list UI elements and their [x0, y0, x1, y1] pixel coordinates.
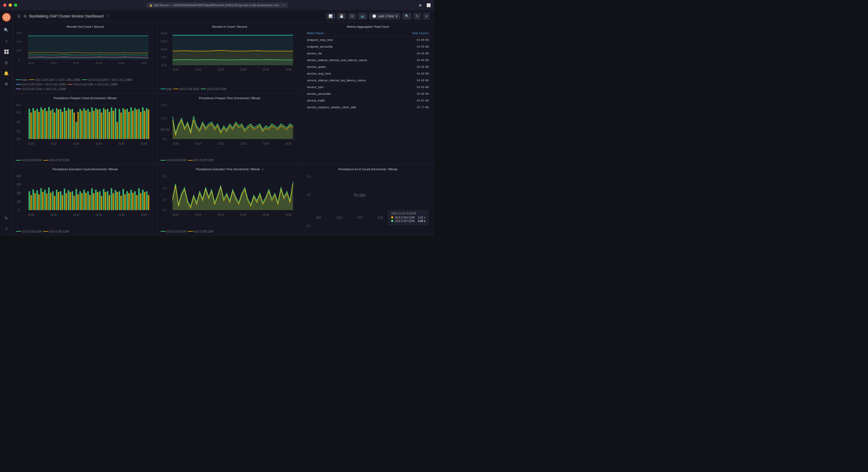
svg-rect-206: [140, 193, 142, 210]
svg-rect-92: [101, 112, 102, 139]
svg-rect-101: [119, 109, 120, 139]
time-range-label: Last 1 hour: [378, 14, 394, 18]
svg-rect-191: [111, 188, 113, 210]
sidebar-item-search[interactable]: 🔍: [2, 26, 11, 34]
address-text: Not Secure — 5e533e66c86a46768f7bdbe0881…: [154, 3, 279, 7]
svg-text:15:40: 15:40: [118, 62, 124, 64]
window-icon[interactable]: ⬜: [427, 3, 431, 7]
svg-text:12.5 K: 12.5 K: [160, 40, 167, 43]
svg-rect-110: [136, 109, 137, 139]
table-row: service_instance_relation_client_side42.…: [305, 104, 431, 111]
svg-rect-200: [128, 193, 130, 210]
svg-rect-97: [111, 107, 113, 139]
tv-icon: 📺: [361, 14, 365, 18]
sidebar-item-alerts[interactable]: 🔔: [2, 69, 11, 77]
lock-icon: 🔒: [149, 4, 152, 7]
more-options-button[interactable]: ▾: [423, 13, 430, 20]
sidebar-item-help[interactable]: ?: [2, 225, 11, 233]
zoom-out-button[interactable]: 🔍: [402, 13, 411, 20]
svg-rect-58: [34, 111, 36, 139]
svg-rect-96: [109, 112, 110, 139]
table-row: service_sla64.46 Mil: [305, 50, 431, 57]
sidebar-item-add[interactable]: ＋: [2, 37, 11, 45]
svg-rect-67: [52, 109, 54, 139]
svg-text:30 K: 30 K: [17, 31, 22, 34]
svg-rect-155: [40, 188, 42, 210]
close-button[interactable]: [3, 3, 6, 7]
panel-remote-in: Remote In Count / Second 15.0 K 12.5 K 1…: [157, 22, 302, 94]
svg-rect-65: [48, 107, 50, 139]
app-logo[interactable]: [2, 13, 11, 22]
svg-rect-176: [81, 193, 83, 210]
svg-rect-207: [142, 190, 144, 210]
total-count-cell: 64.49 Mil: [400, 37, 431, 43]
tv-mode-button[interactable]: 📺: [358, 13, 367, 20]
address-bar[interactable]: 🔒 Not Secure — 5e533e66c86a46768f7bdbe08…: [146, 2, 288, 8]
svg-rect-187: [103, 189, 105, 210]
svg-rect-1: [4, 49, 6, 52]
col-header-metric-name[interactable]: Metric Name: [305, 30, 400, 37]
svg-text:300: 300: [17, 183, 21, 186]
profile-icon[interactable]: ⏺: [418, 3, 422, 7]
legend-persistence-prepare-time: 10.0.2.214:1234 10.0.3.197:1234: [160, 159, 299, 162]
svg-text:0: 0: [18, 58, 20, 61]
svg-text:15:00: 15:00: [316, 216, 321, 220]
svg-text:15:40: 15:40: [398, 216, 404, 220]
clock-icon: 🕐: [372, 14, 376, 18]
refresh-button[interactable]: ↻: [413, 13, 421, 20]
svg-rect-193: [115, 190, 116, 210]
hamburger-icon[interactable]: ☰: [17, 14, 21, 18]
svg-rect-102: [120, 112, 122, 139]
svg-rect-59: [36, 109, 38, 139]
metric-name-cell: endpoint_percentile: [305, 43, 400, 50]
svg-text:4 K: 4 K: [17, 120, 21, 124]
sidebar-item-settings[interactable]: ⚙: [2, 80, 11, 88]
main-content: ☰ ⊞ SkyWalking OAP Cluster Monitor Dashb…: [13, 10, 434, 236]
svg-rect-78: [73, 112, 75, 139]
add-panel-button[interactable]: 📊: [326, 13, 335, 20]
svg-text:15.0 K: 15.0 K: [160, 32, 167, 35]
sidebar-item-explore[interactable]: ◎: [2, 58, 11, 67]
save-button[interactable]: 💾: [337, 13, 346, 20]
svg-text:15:20: 15:20: [73, 213, 79, 216]
metric-name-cell: service_instance_relation_client_side: [305, 104, 400, 111]
table-row: endpoint_percentile64.49 Mil: [305, 43, 431, 50]
svg-text:15:20: 15:20: [218, 68, 224, 71]
time-range-selector[interactable]: 🕐 Last 1 hour ▾: [369, 13, 400, 20]
share-icon[interactable]: ⤴: [107, 14, 109, 18]
panel-title-persistence-exec-count: Persistence Execution Count (Increment) …: [16, 168, 155, 171]
svg-text:15:50: 15:50: [285, 68, 291, 71]
save-icon: 💾: [340, 14, 344, 18]
svg-rect-83: [83, 108, 85, 139]
metrics-aggregation-table: Metric Name Total Count ▾ endpoint_resp_…: [305, 30, 431, 111]
svg-rect-166: [62, 195, 63, 210]
svg-text:15:10: 15:10: [51, 142, 57, 145]
sidebar-item-dashboards[interactable]: [2, 47, 11, 56]
total-count-cell: 64.46 Mil: [400, 50, 431, 57]
table-row: service_apdex64.46 Mil: [305, 64, 431, 70]
svg-text:4 s: 4 s: [163, 187, 166, 190]
svg-rect-116: [148, 109, 149, 139]
minimize-button[interactable]: [9, 3, 12, 7]
sidebar-item-refresh[interactable]: ↻: [2, 214, 11, 223]
svg-rect-198: [124, 194, 126, 210]
legend-remote-in: total 10.0.2.214:1234 10.0.3.197:1234: [160, 88, 299, 91]
svg-rect-204: [136, 195, 137, 210]
svg-rect-57: [32, 108, 34, 139]
svg-text:0: 0: [18, 208, 20, 212]
svg-rect-56: [30, 112, 32, 139]
total-count-cell: 64.49 Mil: [400, 43, 431, 50]
metric-name-cell: service_sidecar_internal_resp_latency_na…: [305, 57, 400, 64]
svg-text:10 K: 10 K: [17, 49, 22, 52]
svg-rect-98: [113, 111, 114, 139]
svg-rect-185: [99, 191, 101, 210]
maximize-button[interactable]: [14, 3, 17, 7]
legend-remote-out: total 10.0.2.214:1234 -> 10.0.1.208_1180…: [16, 78, 155, 91]
panel-dropdown-icon[interactable]: ▾: [262, 168, 263, 171]
metric-name-cell: service_cpm: [305, 84, 400, 91]
svg-rect-66: [50, 110, 52, 139]
grid-icon: ⊞: [24, 14, 27, 18]
col-header-total-count[interactable]: Total Count ▾: [400, 30, 431, 37]
svg-rect-154: [38, 194, 40, 210]
dashboard-settings-button[interactable]: ⚙: [348, 13, 356, 20]
